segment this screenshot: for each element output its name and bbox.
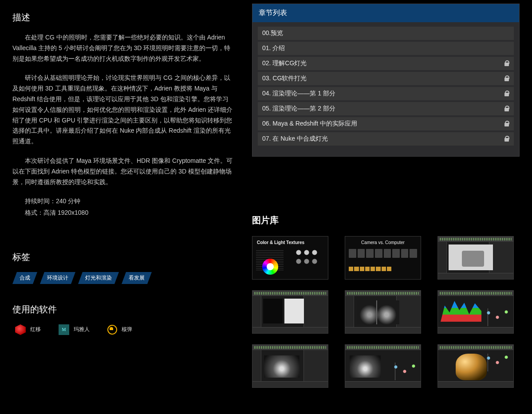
tags-title: 标签 <box>12 251 234 263</box>
chapter-label: 07. 在 Nuke 中合成灯光 <box>262 135 328 143</box>
description-title: 描述 <box>12 12 234 24</box>
chapter-item[interactable]: 07. 在 Nuke 中合成灯光 <box>258 132 514 146</box>
format-line: 格式：高清 1920x1080 <box>12 208 234 218</box>
lock-icon <box>504 136 509 142</box>
software-label: 红移 <box>30 326 41 333</box>
software-nuke[interactable]: 核弹 <box>107 325 132 335</box>
thumb-viewport <box>357 300 399 324</box>
thumb-menubar <box>438 291 513 296</box>
thumb-nodes <box>484 308 511 326</box>
chapter-label: 05. 渲染理论——第 2 部分 <box>262 105 335 113</box>
thumb-viewport <box>449 244 493 270</box>
chapter-label: 01. 介绍 <box>262 44 285 52</box>
tag-row: 合成 环境设计 灯光和渲染 看发展 <box>12 272 234 284</box>
thumb-timeline <box>345 327 421 333</box>
gallery-thumb[interactable] <box>437 290 514 334</box>
chapter-label: 02. 理解CG灯光 <box>262 59 307 67</box>
maya-icon: M <box>59 324 69 335</box>
thumb-viewport <box>350 355 381 378</box>
chapter-item[interactable]: 02. 理解CG灯光 <box>258 57 514 70</box>
gallery-thumb[interactable] <box>437 236 514 280</box>
thumb-timeline <box>252 327 328 333</box>
description-paragraph: 研讨会从基础照明理论开始，讨论现实世界照明与 CG 之间的核心差异，以及如何使用… <box>12 73 234 147</box>
gallery-thumb[interactable] <box>345 290 421 334</box>
thumb-placeholder <box>349 267 391 271</box>
software-label: 核弹 <box>122 326 132 333</box>
chapter-label: 04. 渲染理论——第 1 部分 <box>262 90 335 98</box>
gallery-thumb[interactable] <box>252 290 328 334</box>
gallery-thumb[interactable]: Color & Light Textures <box>252 236 328 280</box>
lock-icon <box>504 60 509 67</box>
chapter-label: 03. CG软件打光 <box>262 75 307 83</box>
tag-environment-design[interactable]: 环境设计 <box>40 272 75 284</box>
gallery-thumb[interactable] <box>252 344 328 388</box>
thumb-viewport <box>264 355 299 378</box>
tag-lighting-rendering[interactable]: 灯光和渲染 <box>78 272 119 284</box>
thumb-menubar <box>345 291 421 296</box>
software-title: 使用的软件 <box>12 304 234 315</box>
thumb-nodes <box>391 363 418 380</box>
thumb-caption: Color & Light Textures <box>257 240 328 245</box>
chapter-item[interactable]: 00.预览 <box>258 27 514 40</box>
thumb-menubar <box>252 345 328 350</box>
tag-compositing[interactable]: 合成 <box>12 272 37 284</box>
lock-icon <box>504 106 509 112</box>
thumb-menubar <box>438 237 513 242</box>
chapters-panel: 章节列表 00.预览01. 介绍02. 理解CG灯光03. CG软件打光04. … <box>252 4 520 157</box>
chapter-label: 00.预览 <box>262 29 283 37</box>
gallery-thumb[interactable]: Camera vs. Computer <box>345 236 421 280</box>
thumb-timeline <box>438 327 513 333</box>
software-row: 红移 M 玛雅人 核弹 <box>12 324 234 335</box>
chapter-item[interactable]: 05. 渲染理论——第 2 部分 <box>258 102 514 115</box>
thumb-viewport <box>263 299 283 323</box>
gallery-thumb[interactable] <box>345 344 421 388</box>
lock-icon <box>504 121 509 127</box>
chapter-label: 06. Maya & Redshift 中的实际应用 <box>262 120 357 128</box>
thumb-viewport <box>456 354 487 380</box>
description-paragraph: 本次研讨会提供了 Maya 环境场景文件、HDR 图像和 Cryptomatte… <box>12 156 234 187</box>
software-redshift[interactable]: 红移 <box>15 324 41 335</box>
thumb-menubar <box>345 345 421 350</box>
thumb-timeline <box>438 381 513 387</box>
thumb-placeholder <box>293 248 324 266</box>
chapters-header: 章节列表 <box>252 4 519 22</box>
duration-line: 持续时间：240 分钟 <box>12 196 234 207</box>
description-body: 在处理 CG 中的照明时，您需要了解一些绝对必要的知识。这个由 Adrien V… <box>12 32 234 218</box>
thumb-placeholder <box>349 249 417 258</box>
thumb-menubar <box>252 291 328 296</box>
redshift-icon <box>15 324 26 335</box>
description-paragraph: 在处理 CG 中的照明时，您需要了解一些绝对必要的知识。这个由 Adrien V… <box>12 32 234 64</box>
thumb-menubar <box>438 345 513 350</box>
nuke-icon <box>107 325 117 335</box>
thumb-caption: Camera vs. Computer <box>345 240 421 245</box>
chapter-item[interactable]: 01. 介绍 <box>258 42 514 55</box>
software-label: 玛雅人 <box>74 326 90 333</box>
chapter-item[interactable]: 04. 渲染理论——第 1 部分 <box>258 87 514 100</box>
gallery-grid: Color & Light Textures Camera vs. Comput… <box>252 236 520 388</box>
thumb-viewport <box>284 299 304 323</box>
thumb-timeline <box>345 381 421 387</box>
lock-icon <box>504 91 509 97</box>
thumb-timeline <box>438 273 513 279</box>
chapter-item[interactable]: 03. CG软件打光 <box>258 72 514 85</box>
thumb-nodes <box>484 354 511 371</box>
thumb-chart <box>441 299 481 322</box>
chapter-item[interactable]: 06. Maya & Redshift 中的实际应用 <box>258 117 514 130</box>
thumb-timeline <box>252 381 328 387</box>
software-maya[interactable]: M 玛雅人 <box>59 324 90 335</box>
tag-lookdev[interactable]: 看发展 <box>122 272 152 284</box>
gallery-title: 图片库 <box>252 214 520 226</box>
gallery-thumb[interactable] <box>437 344 514 388</box>
lock-icon <box>504 75 509 82</box>
color-wheel-icon <box>262 259 278 275</box>
